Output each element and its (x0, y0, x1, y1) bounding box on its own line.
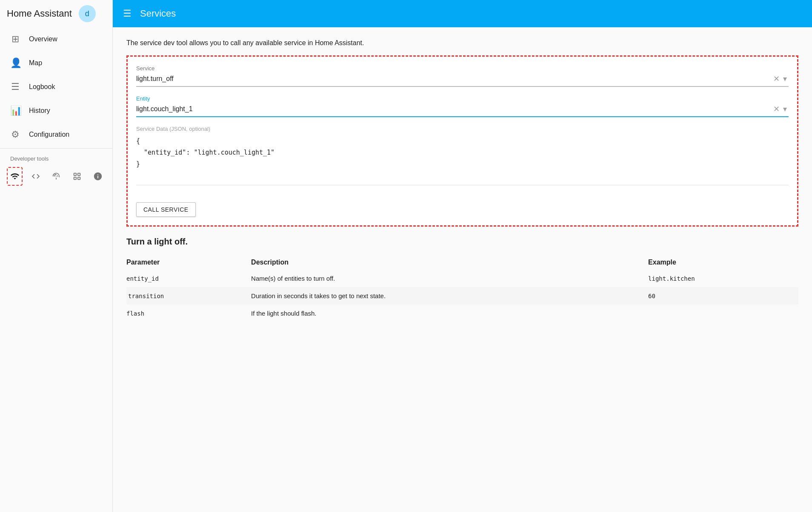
service-data-group: Service Data (JSON, optional) { "entity_… (136, 126, 789, 187)
dev-tool-events[interactable] (69, 167, 85, 186)
sidebar-item-label: Configuration (29, 131, 69, 138)
param-example: light.kitchen (648, 275, 695, 282)
service-desc-title: Turn a light off. (126, 237, 798, 247)
col-header-example: Example (648, 255, 798, 270)
sidebar-item-configuration[interactable]: ⚙ Configuration (0, 123, 112, 147)
history-icon: 📊 (10, 105, 20, 116)
call-service-button[interactable]: CALL SERVICE (136, 202, 196, 217)
dropdown-service-icon[interactable]: ▾ (781, 74, 789, 83)
sidebar-item-overview[interactable]: ⊞ Overview (0, 27, 112, 51)
service-data-label: Service Data (JSON, optional) (136, 126, 789, 132)
app-title: Home Assistant (7, 8, 72, 19)
body-layout: ⊞ Overview 👤 Map ☰ Logbook 📊 History ⚙ C… (0, 27, 812, 512)
param-name: transition (128, 293, 164, 299)
avatar[interactable]: d (79, 5, 96, 22)
dropdown-entity-icon[interactable]: ▾ (781, 104, 789, 114)
entity-input-row: ✕ ▾ (136, 104, 789, 117)
sidebar: ⊞ Overview 👤 Map ☰ Logbook 📊 History ⚙ C… (0, 27, 113, 512)
params-table: Parameter Description Example entity_id … (126, 255, 798, 322)
logbook-icon: ☰ (10, 81, 20, 92)
sidebar-item-label: Map (29, 59, 42, 67)
info-icon (93, 172, 103, 181)
param-example: 60 (648, 293, 655, 299)
developer-tools-icons (0, 164, 112, 189)
param-description: If the light should flash. (251, 305, 648, 322)
service-data-textarea[interactable]: { "entity_id": "light.couch_light_1" } (136, 135, 789, 185)
events-icon (72, 172, 82, 181)
entity-input[interactable] (136, 104, 772, 115)
sidebar-item-logbook[interactable]: ☰ Logbook (0, 75, 112, 99)
grid-icon: ⊞ (10, 34, 20, 45)
service-input-row: ✕ ▾ (136, 73, 789, 87)
developer-tools-label: Developer tools (0, 150, 112, 164)
gear-icon: ⚙ (10, 129, 20, 140)
service-label: Service (136, 65, 789, 72)
description-text: The service dev tool allows you to call … (126, 39, 798, 47)
clear-entity-icon[interactable]: ✕ (772, 104, 781, 114)
sidebar-item-label: Logbook (29, 83, 55, 91)
nav-divider (0, 148, 112, 149)
service-description: Turn a light off. Parameter Description … (126, 237, 798, 322)
map-icon: 👤 (10, 58, 20, 69)
sidebar-item-label: History (29, 107, 50, 115)
wifi-icon (10, 172, 20, 181)
entity-label: Entity (136, 95, 789, 102)
sidebar-header: Home Assistant d (0, 0, 113, 27)
param-name: entity_id (126, 275, 159, 282)
page-title: Services (140, 8, 176, 19)
service-input[interactable] (136, 73, 772, 84)
main-header: ☰ Services (113, 8, 812, 19)
clear-service-icon[interactable]: ✕ (772, 74, 781, 83)
sidebar-item-map[interactable]: 👤 Map (0, 51, 112, 75)
sidebar-item-label: Overview (29, 35, 57, 43)
service-form-box: Service ✕ ▾ Entity ✕ ▾ Service Data (JSO… (126, 55, 798, 227)
col-header-parameter: Parameter (126, 255, 251, 270)
param-description: Name(s) of entities to turn off. (251, 270, 648, 287)
service-field-group: Service ✕ ▾ (136, 65, 789, 87)
entity-field-group: Entity ✕ ▾ (136, 95, 789, 117)
table-row: flash If the light should flash. (126, 305, 798, 322)
antenna-icon (51, 172, 61, 181)
sidebar-item-history[interactable]: 📊 History (0, 99, 112, 123)
code-icon (31, 172, 40, 181)
dev-tool-mqtt[interactable] (49, 167, 64, 186)
dev-tool-info[interactable] (90, 167, 106, 186)
main-content: The service dev tool allows you to call … (113, 27, 812, 512)
table-row: transition Duration in seconds it takes … (126, 287, 798, 305)
dev-tool-services[interactable] (7, 167, 23, 186)
table-row: entity_id Name(s) of entities to turn of… (126, 270, 798, 287)
col-header-description: Description (251, 255, 648, 270)
param-name: flash (126, 310, 144, 317)
top-header: Home Assistant d ☰ Services (0, 0, 812, 27)
param-description: Duration in seconds it takes to get to n… (251, 287, 648, 305)
hamburger-icon[interactable]: ☰ (123, 8, 132, 19)
dev-tool-templates[interactable] (28, 167, 43, 186)
